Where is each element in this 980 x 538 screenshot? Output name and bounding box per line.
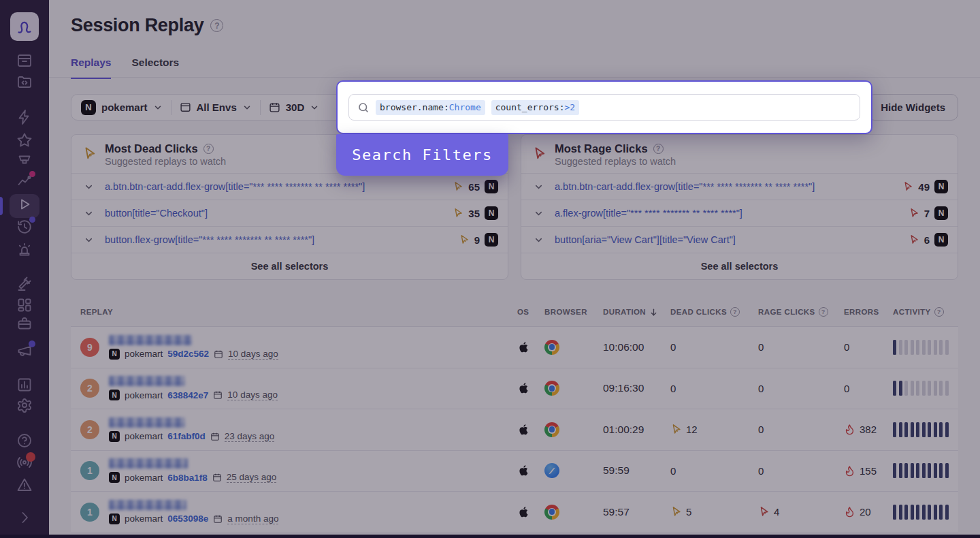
sidebar-item-toolbox-icon[interactable] [16,315,33,332]
duration-value: 59:59 [603,464,670,477]
calendar-icon [214,349,223,359]
column-header-rage-clicks[interactable]: RAGE CLICKS? [758,307,844,317]
expand-chevron-icon[interactable] [84,208,94,219]
expand-chevron-icon[interactable] [84,182,94,192]
calendar-icon [212,473,222,482]
tab-selectors[interactable]: Selectors [131,57,179,79]
help-icon[interactable]: ? [819,307,828,317]
session-link[interactable]: 6b8ba1f8 [167,473,208,483]
column-header-os[interactable]: OS [517,308,544,316]
session-link[interactable]: 638842e7 [167,390,208,400]
session-link[interactable]: 61fabf0d [167,431,206,441]
widget-card: Most Rage Clicks?Suggested replays to wa… [521,134,958,280]
sidebar-item-bolt-icon[interactable] [16,109,33,125]
column-header-replay[interactable]: REPLAY [80,308,517,316]
click-count: 65 [468,181,480,193]
sidebar-item-siren-icon[interactable] [16,242,33,258]
help-icon[interactable]: ? [653,144,664,154]
sidebar-item-star-icon[interactable] [16,132,33,148]
page-help-icon[interactable]: ? [210,19,223,32]
expand-chevron-icon[interactable] [84,235,94,245]
expand-chevron-icon[interactable] [534,235,544,245]
column-label: BROWSER [544,308,587,316]
column-header-duration[interactable]: DURATION [603,308,670,317]
selector-link[interactable]: button[title="Checkout"] [105,208,208,219]
column-header-dead-clicks[interactable]: DEAD CLICKS? [670,307,758,317]
activity-bar [893,422,896,437]
search-filters-panel: browser.name:Chromecount_errors:>2 [336,80,872,134]
sidebar-item-warning-icon[interactable] [16,477,33,493]
sidebar-item-layout-grid-icon[interactable] [16,297,33,313]
session-link[interactable]: 0653098e [167,513,208,524]
flame-icon [844,506,855,518]
project-badge-icon: N [81,100,96,115]
selector-link[interactable]: button.flex-grow[title="*** **** *******… [105,234,314,245]
sidebar-item-chart-board-icon[interactable] [16,377,33,393]
table-row[interactable]: 9Npokemart59d2c56210 days ago10:06:00000 [71,327,958,368]
expand-chevron-icon[interactable] [534,208,544,219]
widgets-row: Most Dead Clicks?Suggested replays to wa… [71,134,958,280]
selector-link[interactable]: button[aria="View Cart"][title="View Car… [555,234,736,245]
date-range-selector[interactable]: 30D [269,101,320,113]
sidebar-item-gavel-icon[interactable] [16,276,33,292]
duration-value: 59:57 [603,506,670,518]
selector-link[interactable]: a.flex-grow[title="*** **** ******* ** *… [555,208,742,219]
table-row[interactable]: 1Npokemart0653098ea month ago59:575420 [71,492,958,533]
see-all-selectors-button[interactable]: See all selectors [521,253,958,279]
help-icon[interactable]: ? [203,144,214,154]
sidebar-item-code-folder-icon[interactable] [16,74,33,90]
session-link[interactable]: 59d2c562 [167,349,209,359]
sidebar-item-chevron-right-icon[interactable] [16,509,33,526]
sidebar-item-megaphone-icon[interactable] [16,343,33,359]
sidebar-item-play-icon[interactable] [16,196,33,212]
sidebar-item-help-icon[interactable] [16,432,33,449]
app-logo[interactable] [10,12,39,41]
search-input[interactable]: browser.name:Chromecount_errors:>2 [348,94,860,121]
selector-link[interactable]: a.btn.btn-cart-add.flex-grow[title="*** … [555,181,815,192]
notification-dot [26,452,35,462]
search-filter-chip[interactable]: count_errors:>2 [491,100,579,115]
sidebar-item-broadcast-icon[interactable] [16,454,33,471]
activity-bar [945,340,949,355]
calendar-icon [210,432,220,441]
column-label: REPLAY [80,308,113,316]
sidebar-item-funnel-icon[interactable] [16,152,33,168]
table-row[interactable]: 2Npokemart61fabf0d23 days ago01:00:29120… [71,409,958,451]
error-count-badge: 2 [80,420,99,439]
column-header-errors[interactable]: ERRORS [844,308,893,316]
sidebar-item-history-icon[interactable] [16,219,33,235]
sidebar-item-archive-icon[interactable] [16,52,33,69]
project-name: pokemart [125,349,163,359]
column-header-browser[interactable]: BROWSER [544,308,603,316]
sidebar-item-trend-chart-icon[interactable] [16,173,33,189]
table-row[interactable]: 1Npokemart6b8ba1f825 days ago59:5900155 [71,451,958,492]
expand-chevron-icon[interactable] [534,182,544,192]
see-all-selectors-button[interactable]: See all selectors [71,253,508,279]
error-count-badge: 2 [80,379,99,398]
chrome-browser-icon [544,505,559,520]
hide-widgets-button[interactable]: Hide Widgets [868,94,958,121]
project-badge-icon: N [109,390,120,400]
activity-bar [939,463,943,478]
activity-bar [922,505,926,520]
error-count-badge: 1 [80,503,99,522]
table-row[interactable]: 2Npokemart638842e710 days ago09:16:30000 [71,368,958,410]
selector-row: button.flex-grow[title="*** **** *******… [71,227,508,253]
sidebar-item-gear-icon[interactable] [16,397,33,413]
environment-selector-label: All Envs [197,101,237,113]
project-selector[interactable]: N pokemart [81,100,163,115]
date-range-label: 30D [286,101,305,113]
activity-bar [904,422,908,437]
activity-bar [928,422,931,437]
search-filter-chip[interactable]: browser.name:Chrome [376,100,485,115]
help-icon[interactable]: ? [934,307,944,317]
help-icon[interactable]: ? [730,307,740,317]
activity-bar [899,505,902,520]
selector-link[interactable]: a.btn.btn-cart-add.flex-grow[title="*** … [105,181,365,192]
rage-click-cursor-icon [532,146,546,161]
activity-bar [945,505,949,520]
tab-replays[interactable]: Replays [71,57,111,79]
dead-clicks-value: 0 [670,341,676,353]
environment-selector[interactable]: All Envs [180,101,252,113]
column-header-activity[interactable]: ACTIVITY? [893,307,949,317]
